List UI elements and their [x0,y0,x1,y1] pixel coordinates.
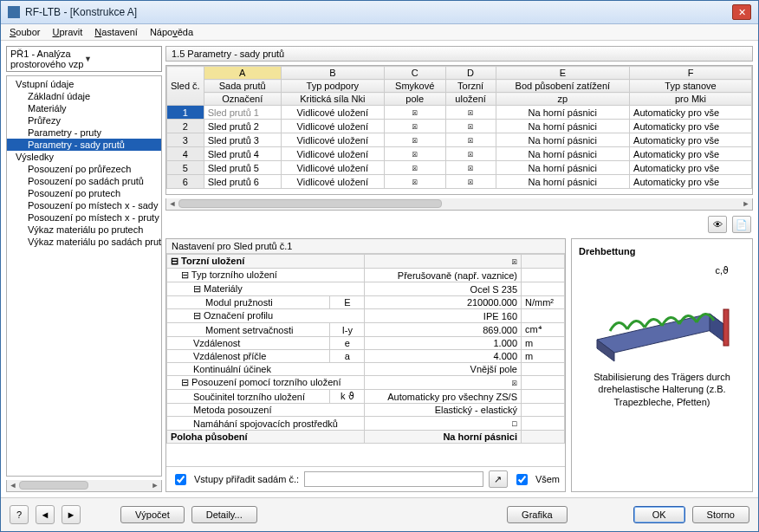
row-name[interactable]: Sled prutů 1 [204,106,281,120]
tree-r4[interactable]: Posouzení po místech x - sady [7,199,161,211]
case-combo[interactable]: PŘ1 - Analýza prostorového vzp ▼ [6,46,162,72]
row-tors[interactable]: ☒ [445,175,496,189]
all-checkbox[interactable] [516,474,528,485]
tree-hscroll[interactable]: ◄ ► [6,480,162,492]
prev-button[interactable]: ◄ [36,505,55,524]
tree-sections[interactable]: Průřezy [7,114,161,127]
row-type[interactable]: Automaticky pro vše [630,147,752,161]
pick-button[interactable]: 📄 [732,216,751,233]
type-support-val[interactable]: Přerušovaně (např. vaznice) [365,269,522,282]
row-support[interactable]: Vidlicové uložení [281,161,384,175]
row-type[interactable]: Automaticky pro vše [630,133,752,147]
tree-r3[interactable]: Posouzení po prutech [7,187,161,199]
inertia-val[interactable]: 869.000 [365,323,522,337]
row-type[interactable]: Automaticky pro vše [630,120,752,133]
help-button[interactable]: ? [10,505,29,524]
row-load[interactable]: Na horní pásnici [496,106,629,120]
row-shear[interactable]: ☒ [384,120,445,133]
materials-val[interactable]: Ocel S 235 [365,282,522,296]
conn-chk[interactable]: ☐ [365,417,522,431]
tree-r1[interactable]: Posouzení po průřezech [7,163,161,175]
row-support[interactable]: Vidlicové uložení [281,175,384,189]
details-button[interactable]: Detaily... [191,506,257,523]
row-load[interactable]: Na horní pásnici [496,161,629,175]
tors-check[interactable]: ☒ [365,255,522,269]
row-tors[interactable]: ☒ [445,147,496,161]
view-button[interactable]: 👁 [708,216,727,233]
scroll-thumb[interactable] [19,481,88,490]
coef-val[interactable]: Automaticky pro všechny ZS/S [365,390,522,404]
nav-tree[interactable]: Vstupní údaje Základní údaje Materiály P… [6,75,162,477]
main-grid[interactable]: Sled č. A B C D E F Sada prutů Typ podpo… [165,65,753,195]
row-type[interactable]: Automaticky pro vše [630,161,752,175]
row-shear[interactable]: ☒ [384,133,445,147]
scroll-left-icon[interactable]: ◄ [7,480,19,490]
cont-val[interactable]: Vnější pole [365,363,522,376]
row-load[interactable]: Na horní pásnici [496,120,629,133]
menu-help[interactable]: Nápověda [150,27,193,37]
menu-edit[interactable]: Upravit [52,27,82,37]
scroll-thumb[interactable] [178,199,442,208]
next-button[interactable]: ► [62,505,81,524]
row-name[interactable]: Sled prutů 6 [204,175,281,189]
row-name[interactable]: Sled prutů 3 [204,133,281,147]
ok-button[interactable]: OK [633,506,685,523]
dist-p-val[interactable]: 4.000 [365,350,522,363]
profile-val[interactable]: IPE 160 [365,309,522,323]
emod-val[interactable]: 210000.000 [365,296,522,309]
tree-r5[interactable]: Posouzení po místech x - pruty [7,211,161,224]
row-type[interactable]: Automaticky pro vše [630,106,752,120]
tree-r6[interactable]: Výkaz materiálu po prutech [7,224,161,236]
row-load[interactable]: Na horní pásnici [496,175,629,189]
tree-results[interactable]: Výsledky [7,151,161,163]
cancel-button[interactable]: Storno [692,506,749,523]
row-support[interactable]: Vidlicové uložení [281,133,384,147]
tree-param-sets[interactable]: Parametry - sady prutů [7,139,161,151]
graphics-button[interactable]: Grafika [507,506,567,523]
scroll-right-icon[interactable]: ► [149,480,161,490]
table-row[interactable]: 6Sled prutů 6Vidlicové uložení☒☒Na horní… [167,175,752,189]
row-load[interactable]: Na horní pásnici [496,133,629,147]
props-grid[interactable]: ⊟ Torzní uložení☒ ⊟ Typ torzního uložení… [166,254,565,466]
tree-r7[interactable]: Výkaz materiálu po sadách prut [7,236,161,248]
row-support[interactable]: Vidlicové uložení [281,120,384,133]
row-shear[interactable]: ☒ [384,147,445,161]
grid-hscroll[interactable]: ◄ ► [165,198,753,211]
close-button[interactable]: ✕ [732,4,751,20]
row-support[interactable]: Vidlicové uložení [281,106,384,120]
scroll-right-icon[interactable]: ► [740,198,752,209]
table-row[interactable]: 3Sled prutů 3Vidlicové uložení☒☒Na horní… [167,133,752,147]
tree-inputs[interactable]: Vstupní údaje [7,78,161,90]
tree-materials[interactable]: Materiály [7,102,161,114]
menu-settings[interactable]: Nastavení [94,27,138,37]
table-row[interactable]: 2Sled prutů 2Vidlicové uložení☒☒Na horní… [167,120,752,133]
tree-param-members[interactable]: Parametry - pruty [7,127,161,139]
scroll-left-icon[interactable]: ◄ [166,198,178,209]
pick-sets-button[interactable]: ↗ [489,470,508,488]
tree-r2[interactable]: Posouzení po sadách prutů [7,175,161,187]
assess-chk[interactable]: ☒ [365,376,522,390]
method-val[interactable]: Elastický - elastický [365,404,522,417]
row-shear[interactable]: ☒ [384,175,445,189]
row-load[interactable]: Na horní pásnici [496,147,629,161]
row-tors[interactable]: ☒ [445,120,496,133]
row-support[interactable]: Vidlicové uložení [281,147,384,161]
dist-val[interactable]: 1.000 [365,337,522,350]
table-row[interactable]: 4Sled prutů 4Vidlicové uložení☒☒Na horní… [167,147,752,161]
tree-basic[interactable]: Základní údaje [7,90,161,102]
row-shear[interactable]: ☒ [384,161,445,175]
calc-button[interactable]: Výpočet [120,506,185,523]
row-tors[interactable]: ☒ [445,161,496,175]
row-name[interactable]: Sled prutů 4 [204,147,281,161]
row-tors[interactable]: ☒ [445,106,496,120]
pos-val[interactable]: Na horní pásnici [365,431,522,444]
table-row[interactable]: 1Sled prutů 1Vidlicové uložení☒☒Na horní… [167,106,752,120]
table-row[interactable]: 5Sled prutů 5Vidlicové uložení☒☒Na horní… [167,161,752,175]
row-type[interactable]: Automaticky pro vše [630,175,752,189]
menu-file[interactable]: Soubor [10,27,40,37]
row-shear[interactable]: ☒ [384,106,445,120]
row-name[interactable]: Sled prutů 2 [204,120,281,133]
row-name[interactable]: Sled prutů 5 [204,161,281,175]
assign-checkbox[interactable] [175,474,186,485]
row-tors[interactable]: ☒ [445,133,496,147]
